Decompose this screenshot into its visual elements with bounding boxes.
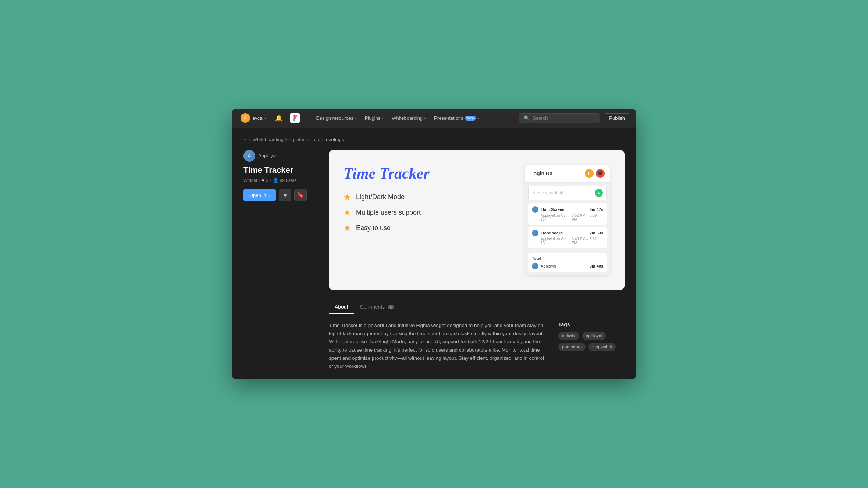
- widget-title: Login UX: [530, 171, 553, 176]
- stop-button[interactable]: ⬛: [596, 169, 605, 178]
- person-icon: 👤: [273, 178, 278, 183]
- breadcrumb-team-meetings: Team meetings: [312, 137, 344, 142]
- task-avatar-2: [532, 230, 538, 236]
- widget-header: Login UX ⏸ ⬛: [525, 165, 610, 183]
- nav-right: 🔍 Search Publish: [519, 113, 630, 123]
- comments-badge: 0: [388, 305, 394, 309]
- preview-card: Time Tracker ★ Light/Dark Mode ★ Multipl…: [329, 150, 625, 290]
- nav-divider: [306, 114, 306, 122]
- task-top-1: I lain Screen 6m 47s: [532, 206, 603, 213]
- tags-title: Tags: [558, 322, 625, 327]
- breadcrumb-whiteboarding-templates[interactable]: Whiteboarding templates: [253, 137, 306, 142]
- task-top-2: I loodboard 2m 53s: [532, 230, 603, 236]
- open-in-button[interactable]: Open in...: [243, 189, 276, 201]
- task-avatar-1: [532, 206, 538, 213]
- widget-total: Total Apployal 9m 40s: [528, 253, 607, 272]
- nav-item-whiteboarding[interactable]: Whiteboarding ▾: [388, 114, 430, 123]
- task-meta-2: Apployal on Oct 15 3:49 PM – 3:52 PM: [532, 237, 603, 245]
- plugin-author: A Apployal: [243, 150, 317, 162]
- app-window: A ayca ▾ 🔔 Design resources ▾: [232, 109, 636, 380]
- likes-count: 5: [266, 178, 268, 183]
- play-icon: ▶: [598, 191, 600, 195]
- chevron-down-icon: ▾: [355, 116, 357, 120]
- left-sidebar: A Apployal Time Tracker Widget • ♥ 5 • 👤…: [243, 150, 317, 371]
- total-label: Total: [532, 256, 603, 261]
- pause-button[interactable]: ⏸: [585, 169, 594, 178]
- tag-activity[interactable]: activity: [558, 332, 579, 340]
- chevron-down-icon: ▾: [477, 116, 479, 120]
- like-icon: ♥: [262, 178, 264, 183]
- total-avatar: [532, 263, 538, 269]
- user-menu[interactable]: A ayca ▾: [238, 112, 269, 124]
- figma-icon[interactable]: [290, 113, 300, 123]
- search-icon: 🔍: [524, 115, 530, 121]
- like-button[interactable]: ♥: [279, 189, 291, 201]
- publish-button[interactable]: Publish: [604, 113, 630, 123]
- author-name[interactable]: Apployal: [258, 153, 277, 158]
- plugin-title: Time Tracker: [243, 165, 317, 175]
- chevron-down-icon: ▾: [424, 116, 426, 120]
- feature-text-1: Light/Dark Mode: [356, 193, 405, 201]
- tabs-row: About Comments 0: [329, 300, 625, 314]
- widget-task-input[interactable]: Name your task ▶: [528, 186, 607, 200]
- page-content: ⌂ › Whiteboarding templates › Team meeti…: [232, 128, 636, 380]
- tag-apployal[interactable]: apployal: [582, 332, 606, 340]
- nav-menu: Design resources ▾ Plugins ▾ Whiteboardi…: [312, 114, 515, 123]
- feature-item-3: ★ Easy to use: [344, 223, 511, 233]
- task-duration-1: 6m 47s: [590, 207, 603, 212]
- author-avatar: A: [243, 150, 255, 162]
- tag-stopwatch[interactable]: stopwatch: [588, 343, 616, 351]
- pause-icon: ⏸: [587, 171, 591, 175]
- nav-item-presentations[interactable]: Presentations New ▾: [430, 114, 483, 123]
- star-icon-3: ★: [344, 223, 351, 233]
- tags-panel: Tags activity apployal pomodoro stopwatc…: [558, 322, 625, 371]
- breadcrumb: ⌂ › Whiteboarding templates › Team meeti…: [243, 137, 625, 143]
- search-box[interactable]: 🔍 Search: [519, 113, 600, 123]
- preview-left: Time Tracker ★ Light/Dark Mode ★ Multipl…: [344, 165, 511, 233]
- tag-pomodoro[interactable]: pomodoro: [558, 343, 586, 351]
- task-duration-2: 2m 53s: [590, 231, 603, 235]
- tab-about[interactable]: About: [329, 300, 354, 314]
- plugin-type: Widget: [243, 178, 257, 183]
- about-text: Time Tracker is a powerful and intuitive…: [329, 322, 547, 371]
- widget-controls: ⏸ ⬛: [585, 169, 605, 178]
- total-time: 9m 40s: [590, 264, 603, 268]
- heart-icon: ♥: [284, 192, 287, 198]
- total-username: Apployal: [541, 264, 587, 268]
- navbar: A ayca ▾ 🔔 Design resources ▾: [232, 109, 636, 128]
- main-layout: A Apployal Time Tracker Widget • ♥ 5 • 👤…: [243, 150, 625, 371]
- nav-item-plugins[interactable]: Plugins ▾: [361, 114, 388, 123]
- user-avatar: A: [241, 113, 250, 123]
- tracker-widget: Login UX ⏸ ⬛ Name your ta: [525, 165, 610, 275]
- breadcrumb-home-icon[interactable]: ⌂: [243, 137, 246, 143]
- task-name-1: I lain Screen: [541, 207, 587, 212]
- star-icon-2: ★: [344, 208, 351, 218]
- tab-comments[interactable]: Comments 0: [354, 300, 401, 314]
- feature-list: ★ Light/Dark Mode ★ Multiple users suppo…: [344, 193, 511, 233]
- new-badge: New: [465, 116, 476, 121]
- task-item-2: I loodboard 2m 53s Apployal on Oct 15 3:…: [528, 227, 607, 248]
- breadcrumb-sep-2: ›: [308, 137, 309, 142]
- bookmark-button[interactable]: 🔖: [294, 189, 307, 201]
- about-section: Time Tracker is a powerful and intuitive…: [329, 322, 625, 371]
- task-play-button[interactable]: ▶: [595, 189, 603, 197]
- username-label: ayca: [252, 115, 262, 121]
- widget-tasks-list: I lain Screen 6m 47s Apployal on Oct 15 …: [525, 203, 610, 253]
- notification-bell-icon[interactable]: 🔔: [274, 113, 284, 123]
- task-item-1: I lain Screen 6m 47s Apployal on Oct 15 …: [528, 203, 607, 225]
- nav-item-design-resources[interactable]: Design resources ▾: [312, 114, 360, 123]
- total-row: Apployal 9m 40s: [532, 263, 603, 269]
- feature-text-3: Easy to use: [356, 224, 391, 232]
- users-count: 89 users: [280, 178, 297, 183]
- breadcrumb-sep-1: ›: [249, 137, 250, 142]
- stop-icon: ⬛: [598, 171, 602, 175]
- search-placeholder: Search: [533, 115, 548, 121]
- task-input-placeholder: Name your task: [532, 190, 563, 195]
- tags-list: activity apployal pomodoro stopwatch: [558, 332, 625, 351]
- star-icon-1: ★: [344, 193, 351, 202]
- chevron-down-icon: ▾: [382, 116, 384, 120]
- task-meta-1: Apployal on Oct 15 3:52 PM – 3:59 PM: [532, 214, 603, 222]
- task-name-2: I loodboard: [541, 231, 587, 235]
- feature-text-2: Multiple users support: [356, 209, 421, 216]
- bookmark-icon: 🔖: [297, 192, 304, 198]
